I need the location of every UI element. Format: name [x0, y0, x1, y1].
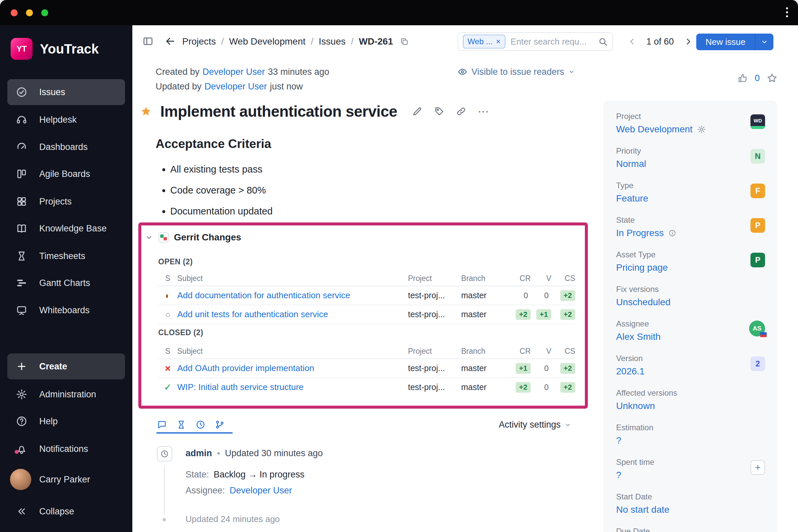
- sidebar-item-gantt-charts[interactable]: Gantt Charts: [7, 270, 125, 296]
- new-issue-button[interactable]: New issue: [696, 34, 755, 50]
- whiteboards-icon: [16, 305, 27, 316]
- project-badge: WD: [750, 114, 765, 129]
- gerrit-open-group-label: OPEN (2): [158, 258, 193, 266]
- field-value-link[interactable]: Alex Smith: [616, 331, 661, 342]
- assignee-link[interactable]: Developer User: [230, 486, 292, 496]
- list-item: Documentation updated: [170, 201, 273, 222]
- col-cs: CS: [551, 274, 575, 283]
- sidebar-item-help[interactable]: Help: [7, 408, 125, 434]
- new-issue-dropdown[interactable]: [755, 34, 773, 50]
- field-value-link[interactable]: Normal: [616, 158, 646, 169]
- window-close-button[interactable]: [11, 9, 18, 16]
- breadcrumb-issues[interactable]: Issues: [319, 36, 346, 47]
- window-minimize-button[interactable]: [26, 9, 33, 16]
- pencil-icon[interactable]: [412, 106, 423, 117]
- field-value-link[interactable]: ?: [616, 435, 622, 446]
- field-fix-versions: Fix versions Unscheduled: [604, 285, 776, 307]
- updated-user-link[interactable]: Developer User: [205, 81, 267, 92]
- window-zoom-button[interactable]: [41, 9, 48, 16]
- search-filter-tag[interactable]: Web ... ×: [463, 35, 506, 49]
- field-value-link[interactable]: Unknown: [616, 401, 655, 411]
- link-icon[interactable]: [456, 106, 467, 117]
- field-value-link[interactable]: Feature: [616, 193, 648, 204]
- field-value-link[interactable]: Web Development: [616, 124, 692, 135]
- created-time: 33 minutes ago: [268, 67, 329, 77]
- chevron-left-icon[interactable]: [627, 37, 637, 46]
- change-project: test-proj...: [408, 309, 461, 319]
- sidebar-collapse-button[interactable]: Collapse: [7, 498, 125, 524]
- sidebar-item-profile[interactable]: Carry Parker: [7, 467, 125, 492]
- favorite-star-icon[interactable]: [140, 105, 152, 118]
- comments-tab-icon[interactable]: [157, 420, 167, 430]
- field-value-link[interactable]: In Progress: [616, 228, 664, 239]
- field-value-link[interactable]: Pricing page: [616, 262, 668, 273]
- star-icon[interactable]: [766, 73, 778, 84]
- change-subject-link[interactable]: WIP: Initial auth service structure: [177, 382, 408, 392]
- field-label: Due Date: [616, 527, 776, 532]
- visibility-control[interactable]: Visible to issue readers: [457, 64, 575, 79]
- activity-settings-label: Activity settings: [499, 420, 560, 430]
- activity-settings-button[interactable]: Activity settings: [499, 420, 571, 430]
- change-project: test-proj...: [408, 291, 461, 300]
- spent-time-tab-icon[interactable]: [195, 420, 206, 430]
- field-asset-type: Asset Type Pricing page P: [604, 250, 776, 273]
- sidebar-item-projects[interactable]: Projects: [7, 189, 125, 214]
- tag-icon[interactable]: [434, 106, 444, 117]
- vcs-tab-icon[interactable]: [215, 420, 225, 430]
- change-subject-link[interactable]: Add unit tests for authentication servic…: [177, 309, 408, 320]
- col-v: V: [531, 347, 551, 356]
- history-tab-icon[interactable]: [176, 420, 186, 430]
- field-value-link[interactable]: Unscheduled: [616, 297, 670, 307]
- sidebar-item-timesheets[interactable]: Timesheets: [7, 243, 125, 269]
- list-item: All existing tests pass: [170, 159, 273, 180]
- likes-control: 0: [738, 73, 778, 84]
- sidebar-item-helpdesk[interactable]: Helpdesk: [7, 107, 125, 133]
- sidebar-item-issues[interactable]: Issues: [7, 79, 125, 105]
- created-user-link[interactable]: Developer User: [203, 67, 265, 77]
- sidebar-item-dashboards[interactable]: Dashboards: [7, 134, 125, 160]
- change-subject-link[interactable]: Add OAuth provider implementation: [177, 363, 408, 374]
- add-spent-time-button[interactable]: +: [750, 460, 765, 475]
- table-header-row: S Subject Project Branch CR V CS: [158, 344, 575, 359]
- search-icon[interactable]: [598, 37, 608, 46]
- assignee-label: Assignee:: [186, 486, 225, 496]
- breadcrumb-project[interactable]: Web Development: [229, 36, 306, 47]
- sidebar-item-administration[interactable]: Administration: [7, 381, 125, 407]
- search-box[interactable]: Web ... ×: [457, 32, 613, 51]
- kebab-menu-icon[interactable]: [786, 7, 788, 17]
- change-subject-link[interactable]: Add documentation for authentication ser…: [177, 290, 408, 301]
- breadcrumb-separator: /: [351, 36, 354, 47]
- chevron-down-icon[interactable]: [145, 233, 153, 242]
- sidebar-item-agile-boards[interactable]: Agile Boards: [7, 161, 125, 187]
- sidebar-item-label: Whiteboards: [39, 305, 90, 316]
- cs-badge: +2: [560, 290, 575, 301]
- thumbs-up-icon[interactable]: [738, 73, 748, 83]
- eye-icon: [457, 67, 468, 77]
- create-button[interactable]: Create: [7, 354, 125, 379]
- sidebar-item-whiteboards[interactable]: Whiteboards: [7, 297, 125, 323]
- plus-icon: [16, 361, 27, 372]
- v-value: 0: [531, 291, 551, 300]
- sidebar-item-notifications[interactable]: Notifications: [7, 436, 125, 462]
- chevron-right-icon[interactable]: [683, 37, 693, 46]
- close-icon[interactable]: ×: [496, 38, 501, 45]
- activity-tabs: [157, 420, 225, 430]
- app-logo[interactable]: YT YouTrack: [11, 38, 99, 60]
- activity-user-link[interactable]: admin: [186, 448, 212, 458]
- breadcrumb-projects[interactable]: Projects: [182, 36, 216, 47]
- copy-icon[interactable]: [400, 37, 409, 46]
- search-input[interactable]: [510, 36, 593, 47]
- info-icon[interactable]: [668, 229, 676, 237]
- sidebar-item-knowledge-base[interactable]: Knowledge Base: [7, 215, 125, 241]
- col-status: S: [158, 347, 177, 356]
- field-value-link[interactable]: No start date: [616, 505, 669, 515]
- back-arrow-icon[interactable]: [164, 35, 176, 47]
- toggle-sidebar-icon[interactable]: [142, 36, 154, 47]
- main-content: Projects / Web Development / Issues / WD…: [132, 25, 798, 532]
- section-heading: Acceptance Criteria: [156, 137, 271, 151]
- field-value-link[interactable]: ?: [616, 470, 622, 480]
- field-value-link[interactable]: 2026.1: [616, 366, 645, 377]
- activity-timestamp: Updated 30 minutes ago: [225, 448, 323, 458]
- gear-icon[interactable]: [697, 125, 706, 134]
- title-row: Implement authentication service ⋯: [140, 102, 489, 120]
